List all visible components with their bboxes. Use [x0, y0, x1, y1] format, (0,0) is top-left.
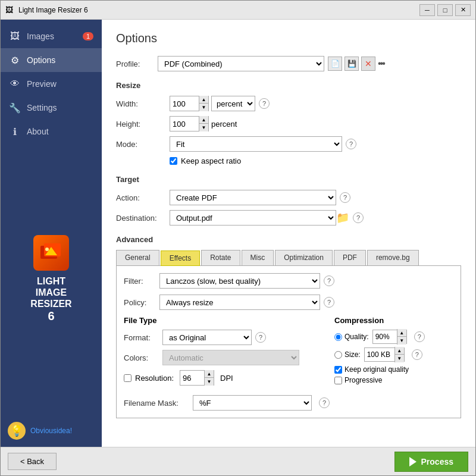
policy-select[interactable]: Always resize Only reduce Only enlarge — [159, 295, 320, 310]
titlebar: 🖼 Light Image Resizer 6 ─ □ ✕ — [1, 1, 475, 20]
logo-text: LIGHT IMAGE RESIZER — [30, 275, 71, 310]
progressive-checkbox[interactable] — [334, 377, 342, 384]
filter-help-icon[interactable]: ? — [324, 275, 334, 286]
height-label: Height: — [116, 120, 170, 129]
width-unit-select[interactable]: percent pixels — [211, 96, 255, 111]
browse-folder-button[interactable]: 📁 — [336, 211, 349, 224]
tab-pdf[interactable]: PDF — [334, 250, 366, 265]
sidebar-item-options[interactable]: ⚙ Options — [1, 48, 102, 72]
quality-down-button[interactable]: ▼ — [397, 337, 406, 345]
close-button[interactable]: ✕ — [455, 4, 471, 16]
width-input[interactable] — [170, 96, 199, 111]
tab-rotate[interactable]: Rotate — [201, 250, 240, 265]
colors-select[interactable]: Automatic — [162, 350, 299, 365]
titlebar-buttons: ─ □ ✕ — [419, 4, 471, 16]
size-up-button[interactable]: ▲ — [394, 347, 404, 355]
sidebar-item-label: Options — [27, 55, 55, 65]
sidebar-item-images[interactable]: 🖼 Images 1 — [1, 24, 102, 48]
resolution-down-button[interactable]: ▼ — [204, 378, 214, 386]
profile-new-button[interactable]: 📄 — [328, 57, 342, 71]
width-help-icon[interactable]: ? — [259, 98, 270, 109]
mode-select[interactable]: Fit Crop Stretch — [170, 136, 342, 152]
compression-col: Compression Quality: ▲ — [334, 316, 453, 390]
quality-up-button[interactable]: ▲ — [397, 329, 406, 337]
resolution-checkbox[interactable] — [124, 374, 131, 382]
resolution-row: Resolution: ▲ ▼ DPI — [124, 370, 322, 386]
quality-help-icon[interactable]: ? — [414, 331, 425, 342]
width-label: Width: — [116, 99, 170, 108]
tab-effects[interactable]: Effects — [161, 250, 200, 266]
profile-save-button[interactable]: 💾 — [345, 57, 359, 71]
resolution-up-button[interactable]: ▲ — [204, 370, 214, 378]
width-spinners: ▲ ▼ — [199, 96, 208, 111]
profile-row: Profile: PDF (Combined) 📄 💾 ✕ ••• — [116, 56, 461, 71]
height-input[interactable] — [170, 117, 199, 131]
size-down-button[interactable]: ▼ — [394, 355, 404, 362]
quality-label: Quality: — [345, 333, 369, 341]
filetype-compression: File Type Format: as Original JPEG PNG B… — [124, 316, 453, 390]
size-help-icon[interactable]: ? — [412, 349, 422, 360]
maximize-button[interactable]: □ — [437, 4, 453, 16]
height-up-button[interactable]: ▲ — [199, 116, 208, 124]
sidebar-item-label: Settings — [27, 103, 57, 112]
sidebar-item-about[interactable]: ℹ About — [1, 120, 102, 143]
profile-delete-button[interactable]: ✕ — [361, 57, 375, 71]
quality-spinners: ▲ ▼ — [397, 329, 406, 345]
minimize-button[interactable]: ─ — [419, 4, 435, 16]
back-button[interactable]: < Back — [8, 453, 57, 470]
keep-original-quality-checkbox[interactable] — [334, 366, 342, 374]
quality-radio-label[interactable]: Quality: — [334, 333, 369, 341]
destination-select[interactable]: Output.pdf — [170, 210, 336, 226]
action-label: Action: — [116, 193, 170, 202]
filename-help-icon[interactable]: ? — [319, 397, 330, 408]
height-down-button[interactable]: ▼ — [199, 124, 208, 131]
resolution-input[interactable] — [180, 371, 204, 385]
advanced-section: Advanced General Effects Rotate Misc Opt… — [116, 235, 461, 418]
sidebar-logo: LIGHT IMAGE RESIZER 6 — [1, 223, 102, 336]
resolution-label: Resolution: — [135, 374, 174, 383]
app-icon: 🖼 — [5, 5, 15, 15]
policy-label: Policy: — [124, 298, 159, 307]
sidebar-item-settings[interactable]: 🔧 Settings — [1, 96, 102, 120]
sidebar-bottom: 💡 Obviousidea! — [1, 415, 102, 447]
sidebar-item-preview[interactable]: 👁 Preview — [1, 72, 102, 96]
progressive-label: Progressive — [345, 376, 382, 384]
format-select[interactable]: as Original JPEG PNG BMP — [162, 330, 252, 345]
size-radio[interactable] — [334, 351, 342, 359]
process-button[interactable]: Process — [394, 452, 468, 472]
filename-label: Filename Mask: — [124, 399, 189, 408]
format-help-icon[interactable]: ? — [255, 332, 266, 343]
sidebar-item-label: About — [27, 127, 49, 136]
about-icon: ℹ — [9, 126, 21, 137]
size-radio-label[interactable]: Size: — [334, 350, 361, 359]
size-label: Size: — [345, 350, 361, 359]
action-help-icon[interactable]: ? — [340, 192, 350, 203]
tab-misc[interactable]: Misc — [242, 250, 274, 265]
filter-select[interactable]: Lanczos (slow, best quality) — [159, 273, 320, 289]
keep-aspect-checkbox[interactable] — [170, 157, 177, 165]
destination-help-icon[interactable]: ? — [353, 212, 364, 223]
destination-row: Destination: Output.pdf 📁 ? — [116, 210, 461, 226]
progressive-row: Progressive — [334, 376, 453, 384]
main-content: 🖼 Images 1 ⚙ Options 👁 Preview 🔧 Setting… — [1, 20, 475, 447]
mode-help-icon[interactable]: ? — [346, 139, 356, 149]
size-input[interactable] — [365, 349, 394, 360]
width-down-button[interactable]: ▼ — [199, 104, 208, 111]
width-up-button[interactable]: ▲ — [199, 96, 208, 104]
action-row: Action: Create PDF ? — [116, 190, 461, 205]
tab-general[interactable]: General — [116, 250, 159, 265]
filename-select[interactable]: %F — [193, 395, 312, 411]
options-icon: ⚙ — [9, 54, 21, 66]
quality-row: Quality: ▲ ▼ ? — [334, 330, 453, 344]
profile-select[interactable]: PDF (Combined) — [158, 56, 324, 71]
obviousidea-logo: 💡 — [8, 422, 26, 440]
sidebar-item-label: Images — [27, 32, 54, 41]
tab-removebg[interactable]: remove.bg — [367, 250, 419, 265]
policy-help-icon[interactable]: ? — [324, 297, 334, 308]
logo-image — [33, 235, 69, 271]
quality-input[interactable] — [373, 331, 397, 342]
action-select[interactable]: Create PDF — [170, 190, 336, 205]
tab-optimization[interactable]: Optimization — [275, 250, 333, 265]
profile-more-button[interactable]: ••• — [378, 58, 384, 69]
quality-radio[interactable] — [334, 333, 342, 341]
